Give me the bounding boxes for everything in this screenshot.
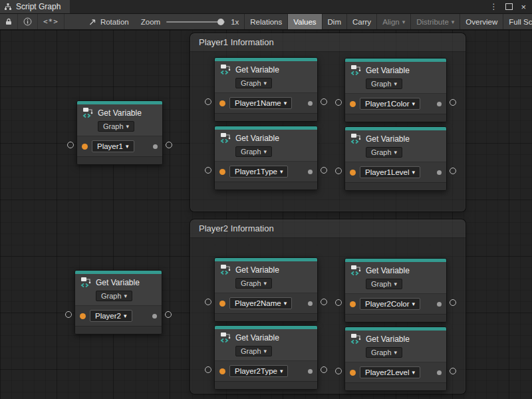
- graph-scope-dropdown[interactable]: Graph: [96, 291, 132, 301]
- node-get-variable[interactable]: Get Variable Graph Player1Name: [214, 57, 318, 122]
- graph-scope-dropdown[interactable]: Graph: [98, 121, 134, 132]
- value-output-dot[interactable]: [308, 369, 313, 374]
- graph-scope-dropdown[interactable]: Graph: [366, 279, 402, 289]
- relations-button[interactable]: Relations: [244, 14, 287, 29]
- node-body[interactable]: Get Variable Graph Player2: [74, 270, 162, 334]
- variable-name-dropdown[interactable]: Player2Color: [360, 298, 420, 310]
- value-output-dot[interactable]: [308, 170, 313, 174]
- graph-scope-dropdown[interactable]: Graph: [235, 346, 272, 356]
- value-output-dot[interactable]: [437, 370, 442, 375]
- graph-scope-dropdown[interactable]: Graph: [366, 347, 402, 358]
- node-get-variable[interactable]: Get Variable Graph Player2: [74, 270, 162, 334]
- carry-button[interactable]: Carry: [346, 14, 376, 29]
- input-port[interactable]: [335, 168, 342, 174]
- variable-name-dropdown[interactable]: Player1Color: [360, 98, 420, 110]
- value-output-dot[interactable]: [437, 302, 442, 307]
- align-dropdown-button[interactable]: Align: [376, 14, 410, 29]
- node-body[interactable]: Get Variable Graph Player1Name: [214, 57, 318, 122]
- node-get-variable[interactable]: Get Variable Graph Player1Type: [214, 126, 318, 190]
- value-input-port[interactable]: [219, 368, 225, 374]
- variable-name-dropdown[interactable]: Player2Level: [360, 366, 420, 378]
- variable-name-dropdown[interactable]: Player1Level: [360, 166, 420, 178]
- value-input-port[interactable]: [350, 370, 356, 376]
- group-title[interactable]: Player1 Information: [190, 33, 466, 52]
- input-port[interactable]: [335, 368, 342, 374]
- node-get-variable[interactable]: Get Variable Graph Player2Name: [214, 257, 318, 322]
- input-port[interactable]: [335, 299, 342, 306]
- node-get-variable[interactable]: Get Variable Graph Player1Color: [344, 58, 447, 122]
- code-view-button[interactable]: <*>: [38, 14, 65, 29]
- output-port[interactable]: [321, 366, 327, 373]
- output-port[interactable]: [321, 167, 327, 174]
- node-body[interactable]: Get Variable Graph Player2Level: [344, 327, 447, 391]
- close-icon[interactable]: ×: [521, 3, 526, 11]
- input-port[interactable]: [335, 99, 342, 106]
- value-input-port[interactable]: [350, 101, 356, 107]
- output-port[interactable]: [450, 99, 456, 106]
- group-title[interactable]: Player2 Information: [190, 219, 466, 238]
- value-output-dot[interactable]: [437, 170, 442, 175]
- node-get-variable[interactable]: Get Variable Graph Player2Level: [344, 327, 447, 391]
- zoom-slider[interactable]: [166, 21, 225, 23]
- value-output-dot[interactable]: [153, 144, 158, 149]
- input-port[interactable]: [205, 299, 211, 305]
- info-button[interactable]: [18, 14, 38, 29]
- node-get-variable[interactable]: Get Variable Graph Player2Type: [214, 325, 318, 390]
- input-port[interactable]: [67, 142, 74, 148]
- value-input-port[interactable]: [219, 169, 225, 175]
- value-output-dot[interactable]: [437, 102, 442, 106]
- node-body[interactable]: Get Variable Graph Player1: [76, 100, 163, 165]
- overview-button[interactable]: Overview: [460, 14, 503, 29]
- input-port[interactable]: [205, 366, 211, 373]
- variable-name-dropdown[interactable]: Player2: [90, 310, 132, 322]
- node-body[interactable]: Get Variable Graph Player1Type: [214, 126, 318, 190]
- node-body[interactable]: Get Variable Graph Player1Color: [344, 58, 447, 122]
- dim-button[interactable]: Dim: [322, 14, 346, 29]
- value-input-port[interactable]: [219, 301, 225, 307]
- variable-name-dropdown[interactable]: Player1Name: [229, 97, 292, 109]
- graph-scope-dropdown[interactable]: Graph: [235, 146, 272, 157]
- node-body[interactable]: Get Variable Graph Player2Name: [214, 257, 318, 322]
- node-body[interactable]: Get Variable Graph Player2Type: [214, 325, 318, 390]
- lock-button[interactable]: [0, 14, 18, 29]
- output-port[interactable]: [321, 299, 327, 305]
- variable-name-dropdown[interactable]: Player2Name: [229, 297, 292, 309]
- distribute-dropdown-button[interactable]: Distribute: [410, 14, 460, 29]
- node-get-variable[interactable]: Get Variable Graph Player1: [76, 100, 163, 165]
- node-get-variable[interactable]: Get Variable Graph Player1Level: [344, 126, 447, 191]
- zoom-slider-handle[interactable]: [217, 19, 224, 25]
- variable-name-dropdown[interactable]: Player2Type: [229, 365, 288, 377]
- maximize-icon[interactable]: [505, 3, 513, 10]
- output-port[interactable]: [165, 311, 172, 318]
- menu-kebab-icon[interactable]: ⋮: [489, 3, 497, 11]
- graph-scope-dropdown[interactable]: Graph: [366, 78, 402, 89]
- value-input-port[interactable]: [219, 100, 225, 106]
- output-port[interactable]: [450, 368, 456, 374]
- graph-canvas[interactable]: Player1 Information Player2 Information: [0, 30, 532, 399]
- variable-name-dropdown[interactable]: Player1: [92, 140, 134, 152]
- output-port[interactable]: [321, 98, 327, 105]
- variable-name-dropdown[interactable]: Player1Type: [229, 166, 288, 178]
- value-output-dot[interactable]: [152, 314, 157, 319]
- graph-scope-dropdown[interactable]: Graph: [366, 147, 402, 158]
- values-button[interactable]: Values: [287, 14, 321, 29]
- output-port[interactable]: [166, 142, 172, 148]
- tab-script-graph[interactable]: Script Graph: [0, 0, 70, 13]
- graph-scope-dropdown[interactable]: Graph: [235, 78, 272, 88]
- node-get-variable[interactable]: Get Variable Graph Player2Color: [344, 258, 447, 323]
- value-output-dot[interactable]: [308, 301, 313, 306]
- node-body[interactable]: Get Variable Graph Player1Level: [344, 126, 447, 191]
- output-port[interactable]: [450, 299, 456, 306]
- input-port[interactable]: [205, 98, 211, 105]
- value-input-port[interactable]: [80, 313, 86, 319]
- value-output-dot[interactable]: [308, 101, 313, 106]
- full-screen-button[interactable]: Full Screen: [503, 14, 532, 29]
- rotation-control[interactable]: Rotation: [65, 14, 136, 29]
- value-input-port[interactable]: [350, 301, 356, 307]
- node-body[interactable]: Get Variable Graph Player2Color: [344, 258, 447, 323]
- output-port[interactable]: [450, 168, 456, 174]
- value-input-port[interactable]: [82, 144, 88, 150]
- value-input-port[interactable]: [350, 170, 356, 176]
- graph-scope-dropdown[interactable]: Graph: [235, 278, 272, 289]
- input-port[interactable]: [65, 311, 72, 318]
